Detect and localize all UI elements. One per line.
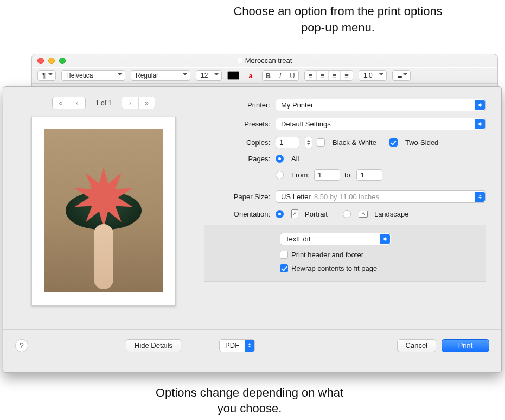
- chevron-updown-icon: [475, 119, 485, 129]
- list-style-select[interactable]: ≣: [392, 70, 411, 81]
- pages-from-field[interactable]: 1: [314, 169, 340, 181]
- landscape-icon: A: [359, 211, 368, 218]
- titlebar: Moroccan treat: [32, 54, 497, 67]
- page-indicator: 1 of 1: [95, 99, 112, 107]
- align-center-icon[interactable]: ≡: [317, 71, 329, 80]
- paragraph-style-select[interactable]: ¶: [37, 70, 56, 81]
- last-page-button[interactable]: »: [138, 97, 155, 109]
- print-options-popup[interactable]: TextEdit: [280, 233, 391, 245]
- pages-range-radio[interactable]: [276, 171, 284, 179]
- orientation-landscape-label: Landscape: [374, 210, 409, 218]
- print-header-footer-checkbox[interactable]: [280, 251, 288, 259]
- callout-bottom: Options change depending on what you cho…: [146, 385, 353, 417]
- bold-button[interactable]: B: [263, 71, 274, 80]
- two-sided-label: Two-Sided: [405, 138, 438, 147]
- copies-label: Copies:: [204, 138, 276, 147]
- chevron-updown-icon: [475, 192, 485, 202]
- line-spacing-select[interactable]: 1.0: [359, 70, 387, 81]
- next-page-button[interactable]: ›: [122, 97, 138, 109]
- two-sided-checkbox[interactable]: [389, 138, 398, 147]
- format-toolbar: ¶ Helvetica Regular 12 a B I U ≡ ≡ ≡ ≡ 1…: [32, 67, 497, 84]
- window-title: Moroccan treat: [32, 56, 497, 65]
- document-icon: [238, 58, 242, 63]
- black-white-label: Black & White: [333, 138, 376, 147]
- font-style-select[interactable]: Regular: [131, 70, 190, 81]
- font-size-select[interactable]: 12: [196, 70, 222, 81]
- underline-button[interactable]: U: [286, 71, 298, 80]
- paper-size-select[interactable]: US Letter8.50 by 11.00 inches: [276, 190, 486, 203]
- orientation-portrait-label: Portrait: [305, 210, 328, 218]
- hide-details-button[interactable]: Hide Details: [126, 339, 181, 352]
- help-button[interactable]: ?: [15, 339, 28, 352]
- preview-next-group: › »: [122, 97, 155, 109]
- presets-label: Presets:: [204, 120, 276, 128]
- align-right-icon[interactable]: ≡: [329, 71, 341, 80]
- chevron-updown-icon: [380, 234, 390, 244]
- print-button[interactable]: Print: [442, 339, 489, 352]
- pages-all-label: All: [291, 155, 299, 163]
- print-dialog: « ‹ 1 of 1 › »: [3, 86, 502, 373]
- align-left-icon[interactable]: ≡: [305, 71, 317, 80]
- rewrap-contents-label: Rewrap contents to fit page: [291, 264, 377, 272]
- rewrap-contents-checkbox[interactable]: [280, 264, 288, 272]
- portrait-icon: A: [291, 209, 298, 218]
- print-options: Printer: My Printer Presets: Default Set…: [204, 87, 501, 329]
- text-color-button[interactable]: a: [245, 71, 257, 80]
- orientation-portrait-radio[interactable]: [276, 210, 284, 218]
- cancel-button[interactable]: Cancel: [397, 339, 436, 352]
- prev-page-button[interactable]: ‹: [69, 97, 85, 109]
- font-family-select[interactable]: Helvetica: [61, 70, 125, 81]
- dialog-footer: ? Hide Details PDF Cancel Print: [3, 329, 501, 361]
- text-style-group: B I U: [262, 70, 299, 81]
- callout-top: Choose an option from the print options …: [232, 3, 444, 35]
- align-group: ≡ ≡ ≡ ≡: [304, 70, 353, 81]
- print-preview-pane: « ‹ 1 of 1 › »: [3, 87, 204, 329]
- align-justify-icon[interactable]: ≡: [341, 71, 353, 80]
- preview-prev-group: « ‹: [52, 97, 86, 109]
- orientation-label: Orientation:: [204, 210, 276, 218]
- pages-all-radio[interactable]: [276, 155, 284, 163]
- orientation-landscape-radio[interactable]: [343, 210, 351, 218]
- copies-stepper[interactable]: [305, 137, 312, 148]
- printer-select[interactable]: My Printer: [276, 99, 486, 111]
- pdf-menu-button[interactable]: PDF: [219, 339, 255, 352]
- pages-to-field[interactable]: 1: [356, 169, 382, 181]
- chevron-updown-icon: [475, 100, 485, 110]
- paper-size-label: Paper Size:: [204, 193, 276, 201]
- black-white-checkbox[interactable]: [317, 138, 325, 147]
- first-page-button[interactable]: «: [53, 97, 69, 109]
- app-options-section: TextEdit Print header and footer Rewrap …: [204, 225, 486, 282]
- pages-label: Pages:: [204, 155, 276, 163]
- preview-photo: [44, 129, 163, 292]
- preview-page: [31, 117, 176, 306]
- chevron-down-icon: [245, 340, 254, 352]
- pages-from-label: From:: [291, 171, 310, 179]
- presets-select[interactable]: Default Settings: [276, 118, 486, 130]
- text-color-swatch[interactable]: [227, 71, 239, 80]
- copies-field[interactable]: 1: [276, 137, 299, 148]
- italic-button[interactable]: I: [274, 71, 286, 80]
- pages-to-label: to:: [344, 171, 352, 179]
- printer-label: Printer:: [204, 101, 276, 109]
- print-header-footer-label: Print header and footer: [291, 251, 363, 259]
